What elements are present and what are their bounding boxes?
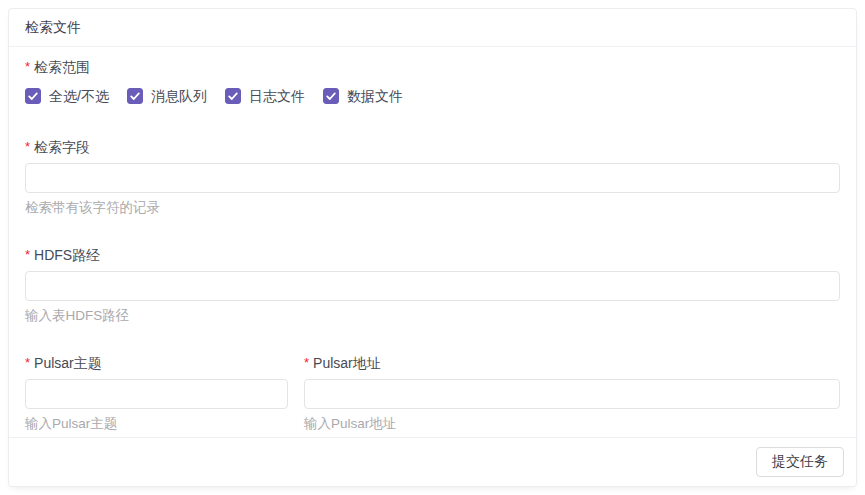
search-field-help: 检索带有该字符的记录 — [25, 201, 840, 215]
checkbox-select-all[interactable]: 全选/不选 — [25, 85, 109, 107]
pulsar-address-help: 输入Pulsar地址 — [304, 417, 840, 431]
panel-header: 检索文件 — [9, 9, 856, 47]
panel-title: 检索文件 — [25, 19, 81, 37]
required-mark: * — [304, 355, 309, 370]
checkbox-checked-icon[interactable] — [225, 88, 241, 104]
form-item-pulsar-topic: *Pulsar主题 输入Pulsar主题 — [25, 353, 288, 431]
pulsar-address-input[interactable] — [304, 379, 840, 409]
checkbox-label: 数据文件 — [347, 85, 403, 107]
required-mark: * — [25, 247, 30, 262]
required-mark: * — [25, 59, 30, 74]
checkbox-data-file[interactable]: 数据文件 — [323, 85, 403, 107]
form-item-hdfs-path: *HDFS路经 输入表HDFS路径 — [25, 245, 840, 323]
pulsar-address-label-text: Pulsar地址 — [313, 355, 381, 371]
pulsar-topic-label: *Pulsar主题 — [25, 353, 288, 373]
hdfs-path-help: 输入表HDFS路径 — [25, 309, 840, 323]
panel-footer: 提交任务 — [9, 437, 856, 486]
hdfs-path-label-text: HDFS路经 — [34, 247, 100, 263]
checkbox-checked-icon[interactable] — [323, 88, 339, 104]
search-field-label: *检索字段 — [25, 137, 840, 157]
checkbox-log-file[interactable]: 日志文件 — [225, 85, 305, 107]
checkbox-checked-icon[interactable] — [25, 88, 41, 104]
search-field-label-text: 检索字段 — [34, 139, 90, 155]
panel-body: *检索范围 全选/不选 消息队列 — [9, 47, 856, 437]
search-files-panel: 检索文件 *检索范围 全选/不选 消息队列 — [8, 8, 857, 487]
form-item-scope: *检索范围 全选/不选 消息队列 — [25, 57, 840, 107]
checkbox-label: 消息队列 — [151, 85, 207, 107]
pulsar-address-label: *Pulsar地址 — [304, 353, 840, 373]
scope-checkbox-group: 全选/不选 消息队列 日志文件 — [25, 85, 840, 107]
form-item-pulsar-address: *Pulsar地址 输入Pulsar地址 — [304, 353, 840, 431]
required-mark: * — [25, 355, 30, 370]
required-mark: * — [25, 139, 30, 154]
checkbox-checked-icon[interactable] — [127, 88, 143, 104]
checkbox-label: 日志文件 — [249, 85, 305, 107]
checkbox-message-queue[interactable]: 消息队列 — [127, 85, 207, 107]
hdfs-path-input[interactable] — [25, 271, 840, 301]
scope-label-text: 检索范围 — [34, 59, 90, 75]
pulsar-topic-help: 输入Pulsar主题 — [25, 417, 288, 431]
pulsar-topic-label-text: Pulsar主题 — [34, 355, 102, 371]
search-field-input[interactable] — [25, 163, 840, 193]
hdfs-path-label: *HDFS路经 — [25, 245, 840, 265]
pulsar-topic-input[interactable] — [25, 379, 288, 409]
scope-label: *检索范围 — [25, 57, 840, 77]
form-item-search-field: *检索字段 检索带有该字符的记录 — [25, 137, 840, 215]
checkbox-label: 全选/不选 — [49, 85, 109, 107]
form-row-pulsar: *Pulsar主题 输入Pulsar主题 *Pulsar地址 输入Pulsar地… — [25, 353, 840, 431]
submit-task-button[interactable]: 提交任务 — [756, 447, 844, 477]
